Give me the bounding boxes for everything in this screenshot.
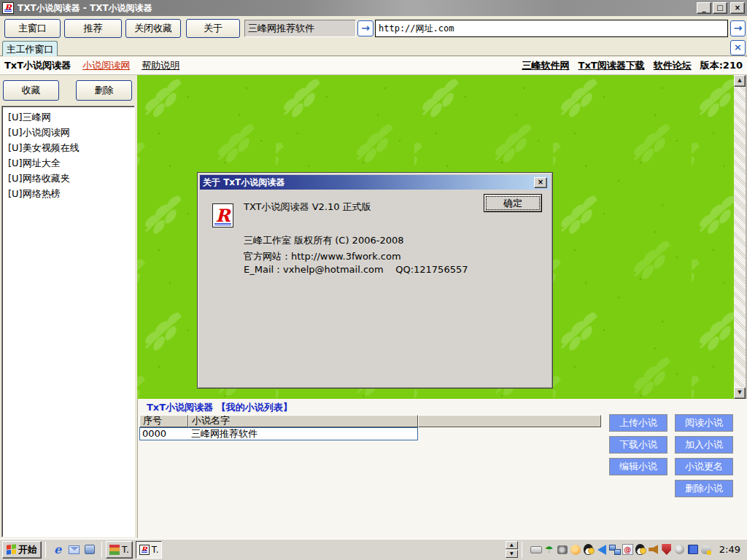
dialog-close-icon[interactable]: ×	[534, 177, 547, 188]
app-version-line: TXT小说阅读器 V2.10 正式版	[244, 201, 371, 214]
edit-novel-button[interactable]: 编辑小说	[609, 458, 667, 475]
taskbar-app-txt-reader[interactable]: R T.	[136, 541, 163, 559]
sidebar: 收藏 删除 [U]三峰网 [U]小说阅读网 [U]美女视频在线 [U]网址大全 …	[0, 75, 137, 538]
scroll-down-icon[interactable]: ▼	[734, 387, 746, 399]
keyboard-input-icon[interactable]	[530, 544, 542, 556]
divider	[45, 542, 46, 558]
favorite-button[interactable]: 收藏	[3, 80, 59, 101]
menu-download-link[interactable]: TxT阅读器下载	[578, 59, 645, 72]
volume-icon[interactable]	[648, 544, 659, 556]
column-header-id[interactable]: 序号	[139, 415, 188, 427]
start-button[interactable]: 开始	[2, 541, 42, 559]
window-title: TXT小说阅读器 - TXT小说阅读器	[18, 2, 695, 15]
start-label: 开始	[18, 543, 37, 556]
dialog-title-bar: 关于 TxT小说阅读器 ×	[200, 175, 550, 190]
go-arrow-icon[interactable]: →	[357, 20, 374, 36]
close-favorites-button[interactable]: 关闭收藏	[125, 19, 181, 38]
website-line: 官方网站：http://www.3fwork.com	[244, 250, 401, 263]
qq-penguin-icon[interactable]	[635, 544, 646, 556]
column-header-empty[interactable]	[418, 415, 601, 427]
menu-right-links: 三峰软件网 TxT阅读器下载 软件论坛 版本:210	[514, 59, 743, 72]
menu-app-title: TxT小说阅读器	[4, 59, 71, 72]
app-logo-icon: R	[139, 545, 150, 555]
mail-icon[interactable]	[67, 543, 80, 556]
url-input[interactable]	[375, 20, 728, 37]
internet-explorer-icon[interactable]: e	[51, 543, 64, 556]
main-window-button[interactable]: 主窗口	[4, 19, 61, 38]
novel-list-panel: TxT小说阅读器 【我的小说列表】 序号 小说名字 0000 三峰网推荐软件 上…	[137, 399, 747, 538]
taskbar-scroll-spinner[interactable]: ▲ ▼	[506, 541, 518, 558]
dialog-title: 关于 TxT小说阅读器	[203, 176, 534, 189]
download-novel-button[interactable]: 下载小说	[609, 436, 667, 454]
list-item[interactable]: [U]网址大全	[2, 155, 134, 171]
ok-button[interactable]: 确定	[484, 194, 542, 212]
title-bar: R TXT小说阅读器 - TXT小说阅读器 _ □ ×	[0, 0, 747, 16]
list-item[interactable]: [U]小说阅读网	[2, 125, 134, 140]
mouse-icon[interactable]	[700, 544, 712, 556]
spin-down-icon[interactable]: ▼	[506, 550, 518, 558]
maximize-button[interactable]: □	[713, 2, 727, 14]
recommend-field[interactable]	[244, 20, 356, 37]
column-header-name[interactable]: 小说名字	[188, 415, 418, 427]
shield-icon[interactable]	[661, 544, 673, 556]
add-novel-button[interactable]: 加入小说	[675, 436, 733, 454]
tab-row: 主工作窗口 ×	[0, 39, 747, 56]
face-icon[interactable]	[570, 544, 581, 556]
table-row-selected[interactable]	[139, 427, 418, 440]
scroll-up-icon[interactable]: ▲	[734, 75, 746, 87]
taskbar-app-winrar[interactable]: T.	[106, 541, 133, 559]
taskbar-app-label: T.	[152, 545, 159, 555]
divider	[101, 542, 102, 558]
tab-close-icon[interactable]: ×	[730, 40, 746, 55]
menu-forum-link[interactable]: 软件论坛	[654, 59, 692, 72]
qq-penguin-icon[interactable]	[583, 544, 595, 556]
rename-novel-button[interactable]: 小说更名	[675, 458, 733, 475]
app-logo-icon: R	[2, 2, 14, 14]
umbrella-antivirus-icon[interactable]: ☂	[543, 544, 555, 556]
taskbar: 开始 e T. R T. ▲ ▼ ☂ @	[0, 538, 747, 560]
gray-ball-icon[interactable]	[674, 544, 686, 556]
menu-site-link[interactable]: 三峰软件网	[522, 59, 570, 72]
delete-novel-button[interactable]: 删除小说	[675, 480, 733, 497]
menu-bar: TxT小说阅读器 小说阅读网 帮助说明 三峰软件网 TxT阅读器下载 软件论坛 …	[0, 57, 747, 75]
toolbar: 主窗口 推荐 关闭收藏 关于 → →	[0, 16, 747, 39]
list-item[interactable]: [U]网络热榜	[2, 186, 134, 201]
close-button[interactable]: ×	[730, 2, 745, 14]
divider	[522, 542, 522, 558]
row-name-cell: 三峰网推荐软件	[191, 428, 258, 440]
app-logo-icon: R	[212, 203, 233, 228]
book-icon[interactable]	[687, 544, 699, 556]
novel-list-header: TxT小说阅读器 【我的小说列表】	[147, 401, 293, 414]
menu-help-link[interactable]: 帮助说明	[142, 59, 179, 72]
recommend-button[interactable]: 推荐	[64, 19, 122, 38]
about-dialog: 关于 TxT小说阅读器 × R TXT小说阅读器 V2.10 正式版 确定 三峰…	[197, 172, 553, 389]
delete-button[interactable]: 删除	[76, 80, 132, 101]
list-item[interactable]: [U]美女视频在线	[2, 140, 134, 155]
spin-up-icon[interactable]: ▲	[506, 541, 518, 549]
upload-novel-button[interactable]: 上传小说	[609, 414, 667, 432]
list-item[interactable]: [U]网络收藏夹	[2, 171, 134, 186]
winrar-icon	[109, 545, 120, 555]
camera-icon[interactable]	[557, 544, 568, 556]
flashget-arrow-icon[interactable]	[596, 544, 608, 556]
minimize-button[interactable]: _	[697, 2, 711, 14]
taskbar-app-label: T.	[122, 545, 129, 555]
favorites-list: [U]三峰网 [U]小说阅读网 [U]美女视频在线 [U]网址大全 [U]网络收…	[1, 106, 135, 537]
tab-main-workspace[interactable]: 主工作窗口	[2, 41, 58, 56]
read-novel-button[interactable]: 阅读小说	[675, 414, 733, 432]
about-button[interactable]: 关于	[186, 19, 240, 38]
browser-content-area: ▲ ▼ 关于 TxT小说阅读器 × R TXT小说阅读器 V2.10 正式版 确…	[137, 75, 746, 399]
copyright-line: 三峰工作室 版权所有 (C) 2006-2008	[244, 234, 403, 247]
show-desktop-icon[interactable]	[83, 543, 96, 556]
row-id-cell: 0000	[142, 428, 166, 440]
go-arrow-icon[interactable]: →	[730, 20, 746, 36]
pp-at-icon[interactable]: @	[622, 544, 633, 555]
network-icon[interactable]	[609, 544, 621, 556]
windows-logo-icon	[7, 544, 16, 554]
clock: 2:49	[719, 544, 740, 555]
list-item[interactable]: [U]三峰网	[2, 109, 134, 125]
version-label: 版本:210	[700, 59, 743, 72]
vertical-scrollbar[interactable]: ▲ ▼	[734, 75, 746, 399]
app-window: R TXT小说阅读器 - TXT小说阅读器 _ □ × 主窗口 推荐 关闭收藏 …	[0, 0, 747, 560]
menu-novel-site-link[interactable]: 小说阅读网	[82, 59, 130, 72]
